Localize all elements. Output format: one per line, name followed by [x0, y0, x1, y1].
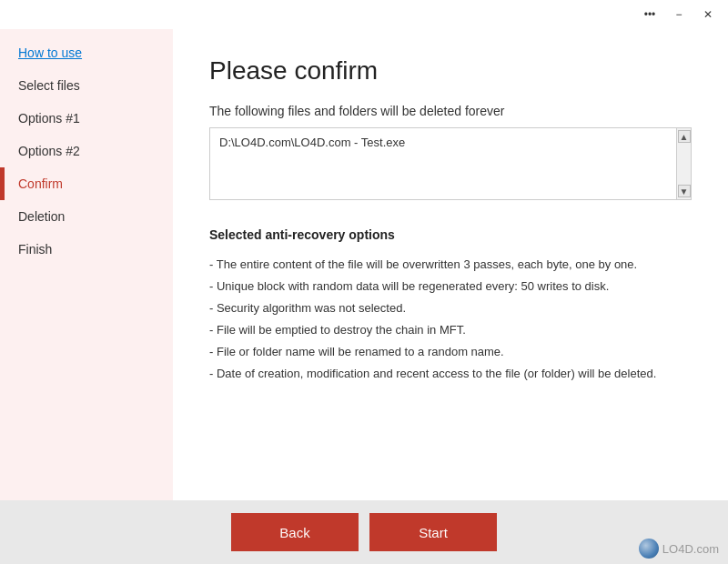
sidebar-item-how-to-use[interactable]: How to use	[0, 36, 173, 69]
watermark: LO4D.com	[639, 539, 719, 559]
sidebar-item-options-2[interactable]: Options #2	[0, 135, 173, 167]
main-content: Please confirm The following files and f…	[173, 29, 728, 500]
files-list-box: D:\LO4D.com\LO4D.com - Test.exe ▲ ▼	[209, 127, 692, 200]
close-button[interactable]: ✕	[695, 2, 721, 27]
scroll-down-arrow[interactable]: ▼	[678, 185, 691, 197]
sidebar-item-select-files[interactable]: Select files	[0, 69, 173, 102]
anti-recovery-item: - The entire content of the file will be…	[209, 255, 692, 275]
sidebar-item-label: Options #1	[18, 111, 80, 126]
sidebar-item-label: Deletion	[18, 209, 65, 224]
sidebar-item-label: Finish	[18, 242, 52, 257]
anti-recovery-text: - The entire content of the file will be…	[209, 255, 692, 385]
bottom-bar: Back Start	[0, 500, 728, 564]
anti-recovery-item: - File or folder name will be renamed to…	[209, 342, 692, 362]
watermark-text: LO4D.com	[662, 542, 719, 556]
anti-recovery-section: Selected anti-recovery options - The ent…	[209, 227, 692, 387]
back-button[interactable]: Back	[231, 513, 359, 551]
sidebar-item-label: Confirm	[18, 176, 63, 191]
scroll-up-arrow[interactable]: ▲	[678, 130, 691, 143]
start-button[interactable]: Start	[369, 513, 497, 551]
sidebar-item-finish[interactable]: Finish	[0, 233, 173, 266]
page-title: Please confirm	[209, 56, 692, 86]
sidebar-item-options-1[interactable]: Options #1	[0, 102, 173, 135]
sidebar-item-confirm[interactable]: Confirm	[0, 167, 173, 200]
anti-recovery-title: Selected anti-recovery options	[209, 227, 692, 242]
file-path: D:\LO4D.com\LO4D.com - Test.exe	[219, 136, 405, 149]
subtitle-text: The following files and folders will be …	[209, 104, 692, 118]
content-area: How to use Select files Options #1 Optio…	[0, 29, 728, 500]
sidebar-item-label: Select files	[18, 78, 80, 93]
title-bar: ••• − ✕	[0, 0, 728, 29]
anti-recovery-item: - Security algorithm was not selected.	[209, 298, 692, 318]
app-window: ••• − ✕ How to use Select files Options …	[0, 0, 728, 564]
window-controls: ••• − ✕	[637, 2, 721, 27]
anti-recovery-item: - File will be emptied to destroy the ch…	[209, 320, 692, 340]
anti-recovery-item: - Unique block with random data will be …	[209, 277, 692, 297]
sidebar-item-label: Options #2	[18, 144, 80, 158]
minimize-button[interactable]: −	[666, 2, 692, 27]
sidebar-item-deletion[interactable]: Deletion	[0, 200, 173, 233]
anti-recovery-item: - Date of creation, modification and rec…	[209, 364, 692, 384]
sidebar: How to use Select files Options #1 Optio…	[0, 29, 173, 500]
more-button[interactable]: •••	[637, 2, 662, 27]
files-scrollbar[interactable]: ▲ ▼	[676, 128, 691, 199]
watermark-globe-icon	[639, 539, 659, 559]
how-to-use-link[interactable]: How to use	[18, 45, 82, 60]
